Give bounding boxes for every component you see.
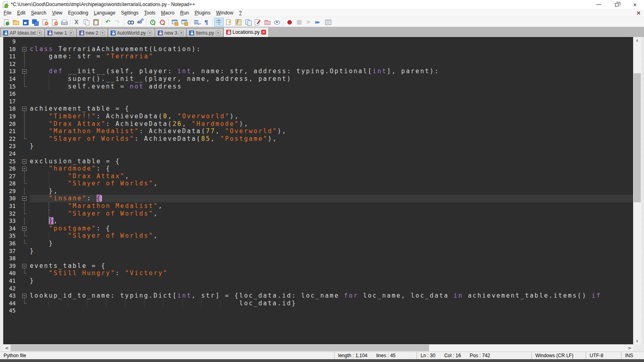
fold-collapse-icon[interactable] — [22, 226, 27, 231]
status-encoding[interactable]: UTF-8 — [586, 352, 621, 359]
menu-macro[interactable]: Macro — [158, 9, 177, 16]
define-language-button[interactable] — [253, 18, 262, 27]
close-all-button[interactable] — [50, 18, 59, 27]
menu-encoding[interactable]: Encoding — [65, 9, 91, 16]
fold-toggle[interactable] — [19, 262, 30, 270]
macro-record-button[interactable] — [285, 18, 294, 27]
code-text[interactable]: self.event = not address — [30, 83, 633, 90]
code-text[interactable] — [30, 285, 633, 292]
tab-autoworld-py[interactable]: AutoWorld.py× — [108, 29, 155, 37]
code-text[interactable] — [30, 38, 633, 45]
code-text[interactable]: super().__init__(player, name, address, … — [30, 75, 633, 83]
copy-button[interactable] — [81, 18, 91, 27]
save-file-button[interactable] — [21, 18, 30, 27]
scroll-up-icon[interactable]: ∧ — [633, 37, 641, 44]
code-text[interactable]: "Marathon Medalist": AchieveData(77, "Ov… — [30, 128, 633, 135]
code-text[interactable]: lookup_id_to_name: typing.Dict[int, str]… — [30, 292, 633, 300]
file-monitoring-button[interactable] — [272, 18, 282, 27]
macro-play-button[interactable] — [304, 18, 314, 27]
tab-close-icon[interactable]: × — [147, 31, 152, 35]
new-file-button[interactable] — [1, 18, 11, 27]
tab-new-1[interactable]: new 1× — [45, 29, 76, 37]
code-text[interactable]: "Slayer of Worlds", — [30, 232, 633, 240]
minimize-button[interactable]: — — [590, 0, 608, 9]
folder-as-workspace-button[interactable] — [262, 18, 272, 27]
fold-toggle[interactable] — [19, 225, 30, 232]
macro-run-multiple-button[interactable] — [314, 18, 323, 27]
code-text[interactable]: } — [30, 247, 633, 255]
scroll-left-icon[interactable]: < — [3, 344, 10, 352]
close-button[interactable]: × — [626, 0, 644, 9]
fold-toggle[interactable] — [19, 45, 30, 53]
show-all-characters-button[interactable] — [202, 18, 211, 27]
horizontal-scrollbar[interactable]: < > — [3, 344, 633, 352]
code-text[interactable] — [30, 307, 633, 315]
macro-stop-button[interactable] — [294, 18, 304, 27]
undo-button[interactable] — [103, 18, 113, 27]
tab-new-2[interactable]: new 2× — [76, 29, 108, 37]
fold-collapse-icon[interactable] — [22, 69, 27, 74]
code-text[interactable]: game: str = "Terraria" — [30, 53, 633, 60]
fold-collapse-icon[interactable] — [22, 167, 27, 171]
vertical-scroll-thumb[interactable] — [634, 73, 641, 202]
fold-toggle[interactable] — [19, 292, 30, 300]
macro-save-button[interactable] — [323, 18, 333, 27]
menu-run[interactable]: Run — [177, 9, 192, 16]
menu-help[interactable]: ? — [236, 9, 245, 16]
close-document-icon[interactable]: ✕ — [636, 10, 641, 16]
code-area[interactable]: 910class TerrariaAchievement(Location):1… — [3, 37, 633, 344]
tab-close-icon[interactable]: × — [216, 31, 221, 35]
code-text[interactable] — [30, 150, 633, 158]
code-text[interactable]: } — [30, 142, 633, 150]
code-text[interactable]: events_table = { — [30, 262, 633, 270]
sync-horizontal-scroll-button[interactable] — [180, 18, 189, 27]
menu-edit[interactable]: Edit — [14, 9, 28, 16]
horizontal-scroll-thumb[interactable] — [10, 345, 429, 351]
paste-button[interactable] — [91, 18, 101, 27]
code-text[interactable] — [30, 255, 633, 262]
code-text[interactable] — [30, 90, 633, 98]
tab-close-icon[interactable]: × — [69, 31, 74, 35]
zoom-out-button[interactable] — [157, 18, 167, 27]
fold-collapse-icon[interactable] — [22, 196, 27, 201]
tab-locations-py[interactable]: Locations.py× — [223, 27, 269, 37]
menu-settings[interactable]: Settings — [118, 9, 141, 16]
code-text[interactable]: "Drax Attax": AchieveData(26, "Hardmode"… — [30, 120, 633, 128]
code-text[interactable]: } — [30, 277, 633, 285]
code-text[interactable]: class TerrariaAchievement(Location): — [30, 45, 633, 53]
close-file-button[interactable] — [40, 18, 50, 27]
code-text[interactable]: "hardmode": { — [30, 165, 633, 173]
print-button[interactable] — [59, 18, 69, 27]
document-list-button[interactable] — [243, 18, 253, 27]
word-wrap-button[interactable] — [192, 18, 202, 27]
zoom-in-button[interactable] — [148, 18, 157, 27]
sync-vertical-scroll-button[interactable] — [170, 18, 180, 27]
code-text[interactable]: "Drax Attax", — [30, 173, 633, 180]
fold-toggle[interactable] — [19, 68, 30, 75]
menu-search[interactable]: Search — [28, 9, 49, 16]
function-list-button[interactable] — [224, 18, 233, 27]
menu-window[interactable]: Window — [213, 9, 236, 16]
cut-button[interactable] — [72, 18, 81, 27]
tab-close-icon[interactable]: × — [100, 31, 105, 35]
restore-button[interactable] — [608, 0, 626, 9]
code-text[interactable]: "Slayer of Worlds", — [30, 180, 633, 187]
code-text[interactable]: "postgame": { — [30, 225, 633, 232]
tab-ap-ideas-txt[interactable]: AP Ideas.txt× — [0, 29, 45, 37]
code-text[interactable]: "Marathon Medalist", — [30, 202, 633, 210]
tab-items-py[interactable]: Items.py× — [186, 29, 223, 37]
menu-view[interactable]: View — [49, 9, 65, 16]
status-typing-mode[interactable]: INS — [621, 352, 644, 359]
replace-button[interactable] — [135, 18, 145, 27]
fold-collapse-icon[interactable] — [22, 159, 27, 164]
fold-collapse-icon[interactable] — [22, 47, 27, 51]
tab-close-icon[interactable]: × — [37, 31, 42, 35]
fold-toggle[interactable] — [19, 195, 30, 202]
find-button[interactable] — [126, 18, 135, 27]
code-text[interactable]: }, — [30, 187, 633, 195]
tab-close-icon[interactable]: × — [179, 31, 184, 35]
scroll-right-icon[interactable]: > — [626, 344, 633, 352]
code-text[interactable]: "Slayer of Worlds", — [30, 210, 633, 218]
menu-tools[interactable]: Tools — [141, 9, 158, 16]
tab-new-3[interactable]: new 3× — [155, 29, 186, 37]
